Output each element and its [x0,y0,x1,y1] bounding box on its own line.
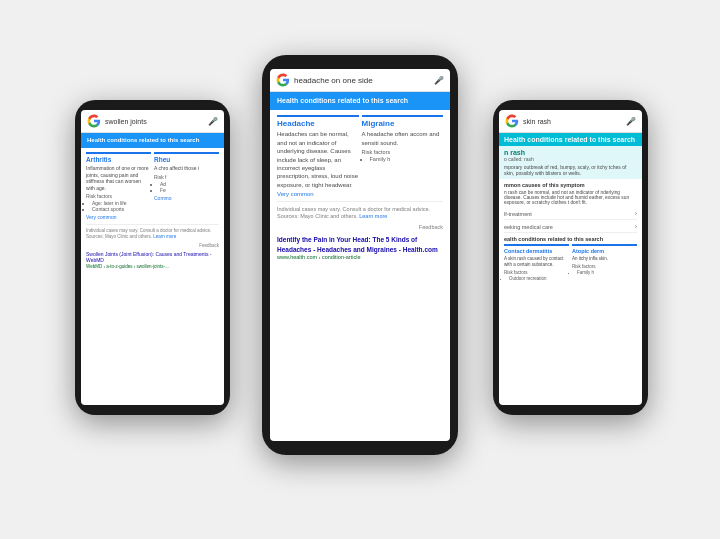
rash-info-box: n rash o called: rash mporary outbreak o… [499,146,642,179]
disclaimer-center: Individual cases may vary. Consult a doc… [277,201,443,224]
google-logo-center [276,73,290,87]
mic-icon-right[interactable]: 🎤 [626,117,636,126]
content-center: Headache Headaches can be normal, and no… [270,110,450,441]
search-bar-left: swollen joints 🎤 [81,110,224,133]
phone-center: headache on one side 🎤 Health conditions… [262,55,458,455]
health-banner-center: Health conditions related to this search [270,92,450,110]
condition-arthritis: Arthritis Inflammation of one or more jo… [86,152,151,220]
scene: swollen joints 🎤 Health conditions relat… [0,0,720,539]
search-query-center[interactable]: headache on one side [294,76,430,85]
disclaimer-left: Individual cases may vary. Consult a doc… [86,224,219,243]
feedback-center[interactable]: Feedback [277,224,443,230]
seeking-care-section[interactable]: eeking medical care › [504,221,637,233]
self-treatment-section[interactable]: lf-treatment › [504,208,637,220]
result-link-center[interactable]: Identify the Pain in Your Head: The 5 Ki… [277,235,443,260]
phone-right: skin rash 🎤 Health conditions related to… [493,100,648,415]
search-bar-right: skin rash 🎤 [499,110,642,133]
mic-icon-center[interactable]: 🎤 [434,76,444,85]
condition-headache: Headache Headaches can be normal, and no… [277,115,359,197]
condition-contact-dermatitis: Contact dermatitis A skin rash caused by… [504,244,569,283]
search-query-left[interactable]: swollen joints [105,118,204,125]
content-left: Arthritis Inflammation of one or more jo… [81,148,224,405]
google-logo-right [505,114,519,128]
google-logo-left [87,114,101,128]
health-banner-left: Health conditions related to this search [81,133,224,148]
search-query-right[interactable]: skin rash [523,118,622,125]
result-link-left[interactable]: Swollen Joints (Joint Effusion): Causes … [86,251,219,270]
feedback-left[interactable]: Feedback [86,243,219,248]
condition-atopic-derm: Atopic derm An itchy infla skin. Risk fa… [572,244,637,283]
search-bar-center: headache on one side 🎤 [270,69,450,92]
health-banner-right: Health conditions related to this search [499,133,642,146]
mic-icon-left[interactable]: 🎤 [208,117,218,126]
condition-rheu: Rheu A chro affecti those i Risk f Ad Fe… [154,152,219,220]
condition-migraine: Migraine A headache often accom and sens… [362,115,444,197]
content-right: mmon causes of this symptom n rash can b… [499,179,642,405]
phone-left: swollen joints 🎤 Health conditions relat… [75,100,230,415]
